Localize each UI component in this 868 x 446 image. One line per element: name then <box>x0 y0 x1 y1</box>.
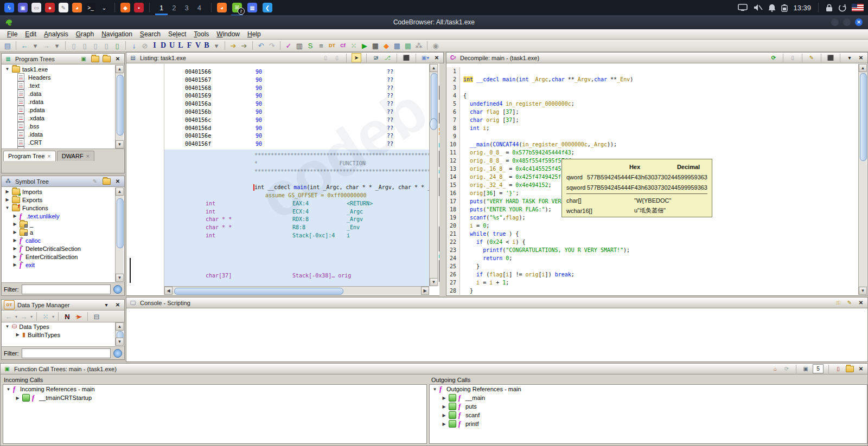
listing-line[interactable]: char[37]Stack[-0x38]… orig <box>164 272 431 280</box>
edit-icon[interactable]: ✎ <box>91 177 99 185</box>
expand-arrow[interactable]: ▼ <box>5 324 10 329</box>
expand-arrow[interactable]: ▶ <box>442 396 446 400</box>
listing-line[interactable]: char * *R8:8_Env <box>164 224 431 232</box>
undo-icon[interactable]: ↶ <box>256 41 266 50</box>
file-manager-icon[interactable]: ▭ <box>31 3 41 12</box>
kali-menu-icon[interactable]: ϟ <box>4 3 14 12</box>
expand-arrow[interactable]: ▼ <box>5 67 10 72</box>
goto-icon[interactable]: ↓ <box>129 41 139 50</box>
define-data-icon[interactable]: D <box>159 41 167 50</box>
scroll-up-button[interactable]: ▲ <box>116 65 124 73</box>
paste-icon[interactable]: ▯ <box>333 54 341 62</box>
listing-line[interactable]: * FUNCTION * <box>164 160 431 168</box>
burp-suite-icon[interactable]: ◆ <box>120 3 130 12</box>
decompile-line[interactable]: 27 i = i + 1; <box>446 279 859 287</box>
outgoing-root[interactable]: ▼fOutgoing References - main <box>430 385 867 393</box>
window-dropdown-icon[interactable]: ▣▾ <box>421 54 430 62</box>
dtm-header[interactable]: DT Data Type Manager ▾ ✕ <box>2 300 124 311</box>
edit-listing-icon[interactable]: 🖳 <box>372 54 380 62</box>
listing-line[interactable]: intStack[-0xc]:4i <box>164 232 431 240</box>
defined-strings-icon[interactable]: ▦ <box>403 41 413 50</box>
decompile-line[interactable]: 26 if (flag[i] != orig[i]) break; <box>446 270 859 279</box>
decompile-line[interactable]: 3 <box>446 83 859 92</box>
fct-header[interactable]: ▣ Function Call Trees: main - (task1.exe… <box>1 364 867 374</box>
decompile-line[interactable]: 10 __main(CONCAT44(in_register_0000000c,… <box>446 140 859 148</box>
call-tree-item[interactable]: ▶f__tmainCRTStartup <box>3 393 426 402</box>
forward-dropdown-icon[interactable]: ▾ <box>30 314 33 319</box>
validate-icon[interactable]: ✓ <box>284 41 293 50</box>
decompile-line[interactable]: 25 } <box>446 262 859 270</box>
menu-select[interactable]: Select <box>164 30 190 38</box>
decompile-line[interactable]: 9 <box>446 132 859 140</box>
dtm-filter-input[interactable] <box>22 348 111 358</box>
scroll-down-button[interactable]: ▼ <box>116 338 124 346</box>
minimize-button[interactable] <box>831 18 839 26</box>
decompile-line[interactable]: 2int __cdecl main(int _Argc,char **_Argv… <box>446 75 859 83</box>
symbol-tree-item[interactable]: ▶f↷DeleteCriticalSection <box>2 244 116 253</box>
symbol-tree-item[interactable]: ▶f↷exit <box>2 261 116 269</box>
close-icon[interactable]: ✕ <box>113 177 122 185</box>
expand-arrow[interactable]: ▶ <box>15 332 20 337</box>
display-icon[interactable] <box>738 4 748 11</box>
incoming-calls-tree[interactable]: ▼fIncoming References - main▶f__tmainCRT… <box>3 384 427 444</box>
listing-line[interactable] <box>164 264 431 272</box>
listing-line[interactable]: assume GS_OFFSET = 0xff00000000 <box>164 192 431 200</box>
tab-close-icon[interactable]: × <box>47 153 50 159</box>
listing-view-icon[interactable]: ≡ <box>316 41 326 50</box>
listing-line[interactable]: ****************************************… <box>164 152 431 160</box>
terminal-icon[interactable]: >_ <box>86 3 95 12</box>
program-page2-icon[interactable]: ▯ <box>101 41 111 50</box>
function-block[interactable]: ****************************************… <box>164 150 431 286</box>
decompile-line[interactable]: 8 int i; <box>446 124 859 132</box>
power-icon[interactable] <box>838 4 846 12</box>
symbol-filter-input[interactable] <box>22 285 111 294</box>
undefine-icon[interactable]: U <box>168 41 176 50</box>
tree-item[interactable]: .pdata <box>2 106 116 114</box>
tree-item-root[interactable]: ▼task1.exe <box>2 65 116 73</box>
us-flag-icon[interactable] <box>852 4 864 11</box>
close-icon[interactable]: ✕ <box>113 301 122 309</box>
listing-line[interactable]: 0040156d90??90h <box>164 125 431 133</box>
menu-analysis[interactable]: Analysis <box>40 30 72 38</box>
tab-close-icon[interactable]: × <box>86 153 90 159</box>
scroll-left-button[interactable]: ◀ <box>164 287 173 295</box>
vscode-icon[interactable]: ❮ <box>263 3 272 12</box>
expand-arrow[interactable]: ▶ <box>12 230 17 235</box>
close-icon[interactable]: ✕ <box>113 55 122 63</box>
scroll-down-button[interactable]: ▼ <box>116 140 124 148</box>
home-icon[interactable]: ⌂ <box>771 365 780 373</box>
dropdown-icon[interactable]: ▾ <box>102 301 111 309</box>
open-folder-icon[interactable] <box>91 55 99 63</box>
scroll-down-button[interactable]: ▼ <box>859 287 867 295</box>
expand-arrow[interactable]: ▶ <box>442 404 446 409</box>
symbol-tree-item[interactable]: ▶Imports <box>2 188 116 196</box>
bookmark-icon[interactable]: ◉ <box>431 41 441 50</box>
function-call-graph-icon[interactable]: ⁂ <box>414 41 424 50</box>
edit-icon[interactable]: ✎ <box>807 54 816 62</box>
program-diff-icon[interactable]: ▯ <box>69 41 79 50</box>
listing-line[interactable]: 0040156f90??90h <box>164 140 431 148</box>
decompile-line[interactable]: 22 if (0x24 < i) { <box>446 238 859 246</box>
close-button[interactable]: ✕ <box>855 18 863 26</box>
copy-icon[interactable]: ▯ <box>788 54 797 62</box>
scroll-up-button[interactable]: ▲ <box>116 188 124 196</box>
cherrytree-icon[interactable]: ● <box>45 3 55 12</box>
menu-window[interactable]: Window <box>213 30 244 38</box>
tree-item[interactable]: .xdata <box>2 114 116 122</box>
close-icon[interactable]: ✕ <box>857 365 865 373</box>
expand-arrow[interactable]: ▶ <box>12 238 17 243</box>
workspace-2[interactable]: 2 <box>168 0 180 15</box>
listing-line[interactable]: 0040156c90??90h <box>164 117 431 125</box>
function-graph-icon[interactable]: ⁙ <box>349 41 359 50</box>
decompiler-icon[interactable]: Cf <box>338 41 348 50</box>
memory-map-icon[interactable]: ▦ <box>371 41 380 50</box>
snapshot-in-icon[interactable]: ➔ <box>228 41 238 50</box>
notifications-bell-icon[interactable] <box>768 4 776 12</box>
program-trees-scrollbar[interactable]: ▲ ▼ <box>115 65 124 148</box>
firefox-icon[interactable]: ◕ <box>72 3 82 12</box>
depth-count-box[interactable]: 5 <box>813 364 824 373</box>
forward-icon[interactable]: → <box>19 312 29 321</box>
expand-arrow[interactable]: ▶ <box>12 262 17 267</box>
expand-arrow[interactable]: ▶ <box>12 222 17 227</box>
call-tree-item[interactable]: ▶fscanf <box>430 411 867 419</box>
